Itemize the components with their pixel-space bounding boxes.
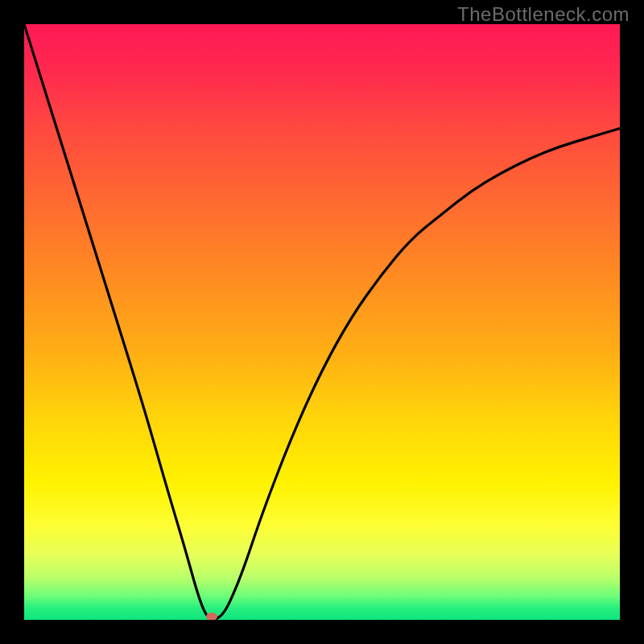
plot-area	[24, 24, 620, 620]
chart-frame: TheBottleneck.com	[0, 0, 644, 644]
watermark-text: TheBottleneck.com	[457, 3, 630, 26]
curve-svg	[24, 24, 620, 620]
optimum-marker	[206, 613, 217, 620]
bottleneck-curve	[24, 24, 620, 620]
